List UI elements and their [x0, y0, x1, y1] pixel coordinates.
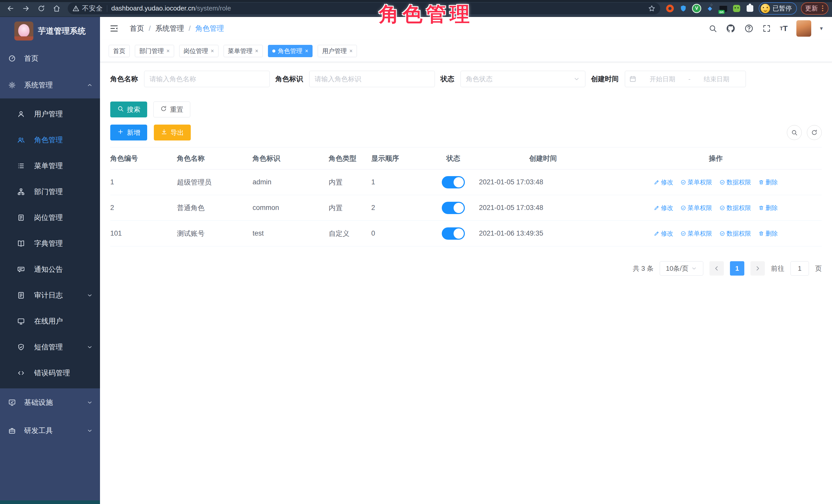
- sprite-ext-icon[interactable]: [732, 4, 741, 12]
- forward-icon[interactable]: [20, 3, 32, 15]
- sidebar-item-home[interactable]: 首页: [0, 45, 100, 72]
- close-icon[interactable]: ×: [166, 48, 170, 54]
- sidebar-item-infra[interactable]: 基础设施: [0, 389, 100, 417]
- onetab-ext-icon[interactable]: on: [719, 4, 727, 12]
- menu-perm-link[interactable]: 菜单权限: [680, 230, 712, 238]
- help-icon[interactable]: [744, 24, 754, 33]
- infra-icon: [8, 399, 16, 406]
- chevron-down-icon[interactable]: ▾: [820, 25, 823, 32]
- role-name-input[interactable]: [144, 71, 270, 87]
- cell-type: 内置: [329, 203, 371, 213]
- date-range-picker[interactable]: 开始日期 - 结束日期: [625, 71, 746, 87]
- url-host: dashboard.yudao.iocoder.cn: [111, 4, 195, 12]
- delete-link[interactable]: 删除: [758, 230, 778, 238]
- status-toggle[interactable]: [442, 176, 465, 188]
- status-toggle[interactable]: [442, 202, 465, 214]
- breadcrumb-item[interactable]: 系统管理: [155, 24, 184, 33]
- menu-perm-link[interactable]: 菜单权限: [680, 204, 712, 212]
- sidebar-item-system[interactable]: 系统管理: [0, 72, 100, 99]
- sidebar-item-dev-tools[interactable]: 研发工具: [0, 417, 100, 445]
- refresh-button[interactable]: [807, 125, 822, 140]
- tab-home[interactable]: 首页: [109, 45, 130, 57]
- toggle-search-button[interactable]: [787, 125, 802, 140]
- plus-icon: [117, 128, 124, 137]
- cell-name: 普通角色: [177, 203, 253, 213]
- edit-link[interactable]: 修改: [654, 230, 673, 238]
- tab-post[interactable]: 岗位管理×: [179, 45, 218, 57]
- close-icon[interactable]: ×: [211, 48, 214, 54]
- sidebar-item-sms[interactable]: 短信管理: [0, 334, 100, 360]
- shield-ext-icon[interactable]: [679, 4, 687, 12]
- tab-role[interactable]: 角色管理×: [268, 45, 313, 57]
- fullscreen-icon: [762, 24, 771, 33]
- sidebar-item-menu[interactable]: 菜单管理: [0, 153, 100, 179]
- hamburger-icon[interactable]: [109, 24, 119, 33]
- chevron-down-icon: [87, 399, 93, 405]
- delete-link[interactable]: 删除: [758, 204, 778, 212]
- data-perm-link[interactable]: 数据权限: [720, 204, 751, 212]
- sidebar-item-user[interactable]: 用户管理: [0, 101, 100, 127]
- edit-link[interactable]: 修改: [654, 178, 673, 186]
- prev-page-button[interactable]: [709, 261, 724, 275]
- sidebar-item-notice[interactable]: 通知公告: [0, 256, 100, 282]
- back-icon[interactable]: [5, 3, 17, 15]
- add-button[interactable]: 新增: [110, 125, 147, 140]
- close-icon[interactable]: ×: [255, 48, 258, 54]
- close-icon[interactable]: ×: [349, 48, 353, 54]
- tab-user[interactable]: 用户管理×: [318, 45, 357, 57]
- search-icon[interactable]: [708, 24, 717, 33]
- sidebar-item-error-code[interactable]: 错误码管理: [0, 360, 100, 386]
- next-page-button[interactable]: [751, 261, 765, 275]
- filter-form: 角色名称 角色标识 状态 角色状态 创建时间 开始日期 -: [110, 71, 822, 87]
- sidebar-item-post[interactable]: 岗位管理: [0, 205, 100, 231]
- delete-link[interactable]: 删除: [758, 178, 778, 186]
- tab-label: 岗位管理: [184, 47, 208, 55]
- goto-page-input[interactable]: [790, 261, 809, 275]
- menu-perm-link[interactable]: 菜单权限: [680, 178, 712, 186]
- url-path: /system/role: [195, 4, 231, 12]
- fullscreen-icon[interactable]: [762, 24, 771, 33]
- close-icon[interactable]: ×: [305, 48, 308, 54]
- tab-menu[interactable]: 菜单管理×: [224, 45, 263, 57]
- cell-created: 2021-01-05 17:03:48: [476, 204, 612, 212]
- home-icon[interactable]: [51, 3, 62, 15]
- sidebar-item-dict[interactable]: 字典管理: [0, 231, 100, 256]
- page-number-1[interactable]: 1: [730, 261, 744, 275]
- address-bar[interactable]: 不安全 dashboard.yudao.iocoder.cn /system/r…: [68, 3, 660, 15]
- gem-ext-icon[interactable]: ◆: [706, 4, 714, 12]
- sidebar-item-online-user[interactable]: 在线用户: [0, 308, 100, 334]
- sidebar-item-dept[interactable]: 部门管理: [0, 179, 100, 205]
- font-size-icon[interactable]: TT: [780, 24, 788, 33]
- data-perm-link[interactable]: 数据权限: [720, 230, 751, 238]
- avatar[interactable]: [796, 20, 811, 37]
- breadcrumb-item[interactable]: 首页: [130, 24, 144, 33]
- github-icon[interactable]: [726, 24, 735, 33]
- role-key-input[interactable]: [309, 71, 435, 87]
- search-button[interactable]: 搜索: [110, 102, 147, 117]
- field-create-time: 创建时间 开始日期 - 结束日期: [591, 71, 746, 87]
- export-button[interactable]: 导出: [154, 125, 191, 140]
- profile-paused-chip[interactable]: 已暂停: [759, 2, 797, 15]
- v-circle-ext-icon[interactable]: V: [693, 4, 701, 12]
- puzzle-ext-icon[interactable]: [746, 4, 754, 12]
- sidebar-item-role[interactable]: 角色管理: [0, 127, 100, 153]
- reset-button[interactable]: 重置: [153, 102, 190, 117]
- download-icon: [161, 128, 167, 137]
- browser-menu-icon[interactable]: [821, 5, 824, 11]
- reload-icon[interactable]: [35, 3, 47, 15]
- status-toggle[interactable]: [442, 228, 465, 240]
- bookmark-star-icon[interactable]: [648, 5, 656, 12]
- status-select[interactable]: 角色状态: [461, 71, 586, 87]
- app-logo[interactable]: 芋道管理系统: [0, 17, 100, 45]
- ubuntu-ext-icon[interactable]: [666, 4, 674, 12]
- browser-update-chip[interactable]: 更新: [801, 2, 828, 15]
- tools-icon: [8, 427, 16, 434]
- sidebar-item-audit-log[interactable]: 审计日志: [0, 282, 100, 308]
- page-content: 角色名称 角色标识 状态 角色状态 创建时间 开始日期 -: [100, 62, 832, 275]
- edit-link[interactable]: 修改: [654, 204, 673, 212]
- end-date-placeholder: 结束日期: [692, 75, 742, 83]
- tab-dept[interactable]: 部门管理×: [135, 45, 174, 57]
- table-row: 1超级管理员admin内置12021-01-05 17:03:48修改菜单权限数…: [110, 169, 822, 195]
- data-perm-link[interactable]: 数据权限: [720, 178, 751, 186]
- page-size-select[interactable]: 10条/页: [660, 261, 703, 275]
